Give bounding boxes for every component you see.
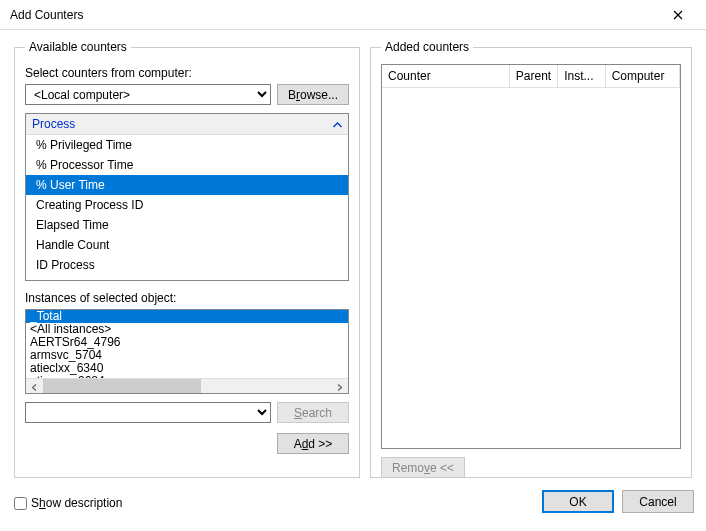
col-computer[interactable]: Computer <box>605 65 679 88</box>
scroll-left-icon[interactable] <box>26 379 43 394</box>
titlebar: Add Counters <box>0 0 706 30</box>
scroll-track[interactable] <box>43 379 331 394</box>
show-description-checkbox[interactable]: Show description <box>14 496 122 510</box>
counter-item[interactable]: IO Data Bytes/sec <box>26 275 348 281</box>
col-parent[interactable]: Parent <box>509 65 557 88</box>
counter-item[interactable]: Handle Count <box>26 235 348 255</box>
footer-buttons: OK Cancel <box>542 490 694 513</box>
counter-category-header[interactable]: Process <box>26 114 348 135</box>
computer-combo[interactable]: <Local computer> <box>25 84 271 105</box>
instances-listbox[interactable]: _Total<All instances>AERTSr64_4796armsvc… <box>25 309 349 394</box>
show-description-label: Show description <box>31 496 122 510</box>
search-button: Search <box>277 402 349 423</box>
select-computer-label: Select counters from computer: <box>25 66 349 80</box>
counter-item[interactable]: Creating Process ID <box>26 195 348 215</box>
added-counters-table: Counter Parent Inst... Computer <box>382 65 680 88</box>
scroll-thumb[interactable] <box>43 379 201 394</box>
search-combo[interactable] <box>25 402 271 423</box>
added-counters-group: Added counters Counter Parent Inst... Co… <box>370 40 692 478</box>
added-counters-legend: Added counters <box>381 40 473 54</box>
scroll-right-icon[interactable] <box>331 379 348 394</box>
counter-item[interactable]: % Privileged Time <box>26 135 348 155</box>
show-description-input[interactable] <box>14 497 27 510</box>
chevron-up-icon <box>333 119 342 130</box>
counter-item[interactable]: % Processor Time <box>26 155 348 175</box>
counters-listbox[interactable]: Process % Privileged Time% Processor Tim… <box>25 113 349 281</box>
added-counters-table-wrap[interactable]: Counter Parent Inst... Computer <box>381 64 681 449</box>
instances-label: Instances of selected object: <box>25 291 349 305</box>
counter-item[interactable]: ID Process <box>26 255 348 275</box>
close-button[interactable] <box>658 1 698 29</box>
col-counter[interactable]: Counter <box>382 65 509 88</box>
available-counters-group: Available counters Select counters from … <box>14 40 360 478</box>
browse-button[interactable]: Browse... <box>277 84 349 105</box>
ok-button[interactable]: OK <box>542 490 614 513</box>
counter-category-name: Process <box>32 117 75 131</box>
instances-horizontal-scrollbar[interactable] <box>26 378 348 394</box>
col-instance[interactable]: Inst... <box>558 65 606 88</box>
counter-item[interactable]: % User Time <box>26 175 348 195</box>
counter-item[interactable]: Elapsed Time <box>26 215 348 235</box>
dialog-content: Available counters Select counters from … <box>0 30 706 531</box>
cancel-button[interactable]: Cancel <box>622 490 694 513</box>
add-button[interactable]: Add >> <box>277 433 349 454</box>
close-icon <box>673 10 683 20</box>
window-title: Add Counters <box>10 8 658 22</box>
available-counters-legend: Available counters <box>25 40 131 54</box>
remove-button: Remove << <box>381 457 465 478</box>
